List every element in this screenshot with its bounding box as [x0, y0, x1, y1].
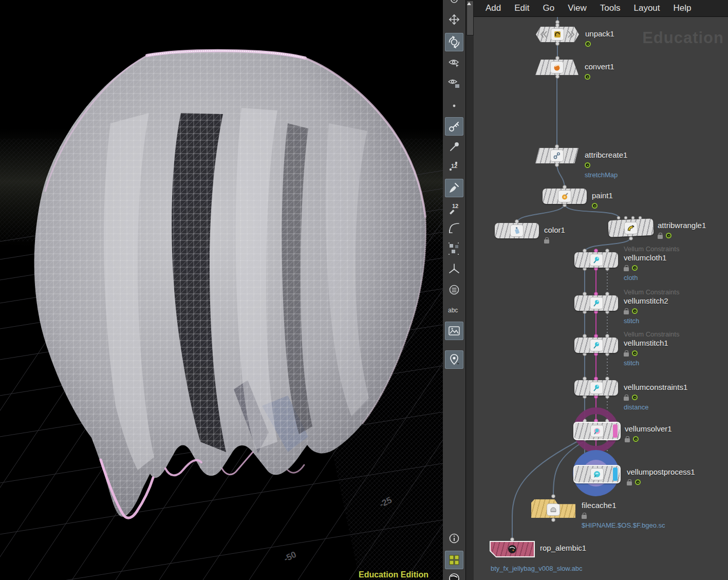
select-geometry-tool[interactable] [445, 74, 463, 92]
attribwrangle-icon [625, 222, 638, 234]
node-comment: stitch [624, 317, 679, 325]
layout-grid-toggle[interactable] [445, 551, 463, 569]
menu-layout[interactable]: Layout [627, 1, 666, 15]
display-badge[interactable] [635, 479, 641, 485]
attribcreate-icon [551, 150, 563, 161]
node-label: filecache1 [582, 500, 665, 510]
view-pan-tool[interactable] [445, 10, 463, 29]
node-filecache1[interactable]: filecache1 $HIPNAME.$OS.$F.bgeo.sc [531, 499, 575, 518]
node-attribcreate1[interactable]: attribcreate1 stretchMap [535, 148, 578, 163]
scrollbar-thumb[interactable] [466, 1, 474, 35]
vellum-solver-icon [591, 425, 603, 437]
vellum-postprocess-icon [591, 469, 603, 480]
node-comment: cloth [624, 274, 679, 282]
image-plane-tool[interactable] [445, 322, 463, 340]
menu-add[interactable]: Add [479, 1, 508, 15]
display-badge[interactable] [585, 162, 590, 168]
select-visible-tool[interactable] [445, 53, 463, 72]
chevron-left-icon [540, 27, 548, 42]
node-type-header: Vellum Constraints [624, 288, 679, 296]
alembic-icon [506, 544, 518, 555]
node-comment: stitch [624, 359, 679, 367]
scene-viewport[interactable]: -25 -50 [0, 0, 443, 580]
vellum-pin-icon [590, 297, 603, 309]
node-attribwrangle1[interactable]: attribwrangle1 [608, 219, 654, 236]
node-unpack1[interactable]: unpack1 [536, 27, 579, 42]
scrollbar-up-arrow[interactable] [467, 2, 471, 5]
node-type-header: Vellum Constraints [624, 330, 679, 338]
viewport-toolbar: 12 12 [443, 0, 466, 580]
tumble-view-tool[interactable] [445, 33, 463, 51]
houdini-window: -25 -50 [0, 0, 728, 580]
snap-options[interactable] [445, 280, 463, 299]
lock-badge [624, 267, 629, 271]
node-color1[interactable]: color1 [495, 223, 539, 238]
menu-go[interactable]: Go [536, 1, 562, 15]
dot-indicator [445, 97, 463, 115]
node-vellumsolver1[interactable]: vellumsolver1 [573, 422, 621, 440]
menu-help[interactable]: Help [667, 1, 698, 15]
convert-icon [551, 62, 563, 73]
lock-badge [544, 239, 549, 244]
display-badge[interactable] [592, 203, 598, 209]
info-help[interactable] [445, 529, 463, 548]
menu-view[interactable]: View [561, 1, 593, 15]
network-menu-bar: Add Edit Go View Tools Layout Help [474, 0, 728, 17]
lock-badge [627, 481, 632, 485]
node-label: unpack1 [585, 29, 614, 39]
edition-watermark-text: Education Edition [359, 570, 428, 579]
display-badge[interactable] [632, 395, 638, 400]
menu-tools[interactable]: Tools [593, 1, 627, 15]
node-label: attribcreate1 [585, 150, 627, 160]
menu-edit[interactable]: Edit [508, 1, 536, 15]
node-label: attribwrangle1 [658, 220, 706, 230]
lock-badge [624, 310, 629, 314]
color-icon [511, 225, 523, 236]
handles-tool[interactable] [445, 117, 463, 136]
node-label: rop_alembic1 [540, 543, 586, 553]
display-badge[interactable] [666, 233, 671, 238]
node-comment: distance [624, 403, 687, 411]
curve-tool[interactable] [445, 219, 463, 237]
lock-badge [658, 235, 663, 239]
node-vellumpostprocess1[interactable]: vellumpostprocess1 [573, 465, 621, 483]
geo-location-tool[interactable] [445, 350, 463, 369]
node-label: vellumcloth1 [624, 253, 679, 263]
filecache-icon [547, 504, 559, 515]
lock-badge [624, 352, 629, 357]
node-label: vellumstitch1 [624, 338, 679, 348]
node-vellumconstraints1[interactable]: vellumconstraints1 distance [574, 380, 618, 396]
display-badge[interactable] [585, 74, 590, 80]
node-label: vellumstitch2 [624, 296, 679, 306]
network-editor[interactable]: Education [474, 0, 728, 580]
node-comment: $HIPNAME.$OS.$F.bgeo.sc [582, 521, 665, 529]
display-badge[interactable] [632, 308, 638, 314]
solver-flag[interactable] [613, 424, 618, 438]
node-vellumstitch1[interactable]: Vellum Constraints vellumstitch1 stitch [574, 338, 618, 353]
viewport-scene: -25 -50 [0, 0, 443, 580]
node-label: vellumconstraints1 [624, 382, 687, 392]
brush-tool[interactable] [445, 179, 463, 197]
bottom-partial-icon[interactable] [445, 569, 463, 580]
node-vellumstitch2[interactable]: Vellum Constraints vellumstitch2 stitch [574, 295, 618, 311]
vellum-pin-icon [590, 382, 603, 394]
node-paint1[interactable]: paint1 [543, 189, 587, 204]
divide-count-toggle[interactable]: 12 [445, 199, 463, 218]
node-rop-alembic1[interactable]: rop_alembic1 bty_fx_jellybag_v008_slow.a… [490, 541, 535, 557]
points-count-toggle[interactable]: 12 [445, 157, 463, 176]
svg-text:12: 12 [451, 163, 457, 169]
node-label: vellumsolver1 [625, 424, 672, 434]
display-badge[interactable] [585, 41, 591, 47]
pin-tool[interactable] [445, 138, 463, 156]
node-vellumcloth1[interactable]: Vellum Constraints vellumcloth1 cloth [574, 252, 618, 268]
display-badge[interactable] [632, 350, 638, 356]
axis-tool[interactable] [445, 260, 463, 278]
group-select-tool[interactable] [445, 239, 463, 258]
paint-icon [558, 191, 571, 202]
node-label: vellumpostprocess1 [627, 467, 695, 477]
display-badge[interactable] [633, 436, 639, 442]
text-labels-toggle[interactable]: abc [445, 301, 463, 320]
node-convert1[interactable]: convert1 [535, 60, 578, 75]
display-flag[interactable] [613, 467, 618, 481]
display-badge[interactable] [632, 265, 638, 271]
